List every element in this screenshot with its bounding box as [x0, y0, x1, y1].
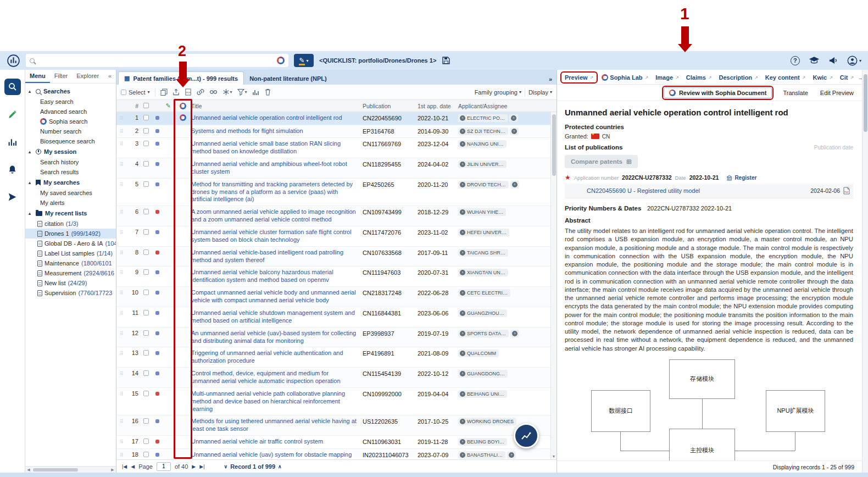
table-row[interactable]: ⠿ 6 ✎ A zoom unmanned aerial vehicle app…	[116, 206, 557, 226]
result-title-link[interactable]: Unmanned aerial vehicle shutdown managem…	[191, 309, 358, 325]
result-title-link[interactable]: A zoom unmanned aerial vehicle applied t…	[191, 208, 358, 224]
result-title-link[interactable]: Compact unmanned aerial vehicle body and…	[191, 289, 358, 304]
announcements-icon[interactable]	[828, 56, 838, 65]
table-row[interactable]: ⠿ 1 ✎ Unmanned aerial vehicle operation …	[116, 112, 557, 125]
drag-handle[interactable]: ⠿	[116, 140, 126, 147]
row-checkbox[interactable]	[143, 350, 149, 356]
scroll-down-icon[interactable]: ▼	[551, 454, 557, 458]
table-row[interactable]: ⠿ 8 ✎ Unmanned aerial vehicle-based inte…	[116, 247, 557, 267]
applicant-chip-extra[interactable]: ›	[509, 114, 518, 122]
result-title-link[interactable]: Unmanned aerial vehicle (uav) system for…	[191, 451, 358, 459]
sophia-reviewed-icon[interactable]	[180, 114, 186, 121]
result-title-link[interactable]: Unmanned aerial vehicle small base stati…	[191, 140, 358, 156]
row-checkbox[interactable]	[143, 209, 149, 214]
result-title-link[interactable]: Methods for using tethered unmanned aeri…	[191, 418, 358, 433]
tab-cit[interactable]: Cit↗	[837, 73, 857, 82]
tab-explorer[interactable]: Explorer	[72, 70, 103, 83]
rail-export-button[interactable]	[4, 188, 21, 205]
drag-handle[interactable]: ⠿	[116, 330, 126, 336]
applicant-chip[interactable]: › NANJING UNI…	[458, 140, 507, 148]
applicant-chip[interactable]: › GUANGZHOU…	[458, 309, 507, 317]
row-checkbox[interactable]	[143, 161, 149, 167]
select-all-checkbox[interactable]	[143, 103, 149, 108]
row-checkbox[interactable]	[143, 269, 149, 275]
register-link[interactable]: Register	[726, 175, 756, 181]
rail-alerts-button[interactable]	[4, 161, 21, 178]
scroll-left-icon[interactable]: ◀	[25, 468, 32, 472]
result-title-link[interactable]: Systems and methods for flight simulatio…	[191, 127, 358, 135]
applicant-chip[interactable]: › HEFEI UNIVER…	[458, 229, 509, 236]
table-row[interactable]: ⠿ 5 ✎ Method for transmitting and tracki…	[116, 179, 557, 207]
display-dropdown[interactable]: Display ▾	[528, 89, 552, 96]
tab-key-content[interactable]: Key content↗	[762, 73, 809, 82]
column-first-app-date[interactable]: 1st app. date	[418, 103, 458, 109]
tab-sophia-lab[interactable]: Sophia Lab↗	[598, 73, 652, 82]
applicant-chip[interactable]: › ELECTRIC PO…	[458, 114, 508, 122]
sidebar-item-supervision[interactable]: Supervision (7760/17723	[25, 288, 116, 298]
row-checkbox[interactable]	[143, 439, 149, 444]
tab-menu[interactable]: Menu	[25, 70, 50, 83]
chevron-down-icon[interactable]: ∨	[224, 464, 228, 469]
applicant-chip[interactable]: › WORKING DRONES	[458, 418, 516, 425]
page-scrollbar[interactable]	[862, 70, 868, 473]
select-checkbox[interactable]	[121, 90, 126, 95]
page-input[interactable]	[157, 462, 171, 471]
drag-handle[interactable]: ⠿	[116, 229, 126, 235]
result-title-link[interactable]: Unmanned aerial vehicle air traffic cont…	[191, 438, 358, 446]
scrollbar-thumb[interactable]	[33, 468, 78, 472]
sidebar-item-drones-1[interactable]: Drones 1 (999/1492)	[25, 229, 116, 239]
sidebar-item-global-db[interactable]: Global DB - Aero & IA (104	[25, 239, 116, 248]
row-checkbox[interactable]	[143, 452, 149, 457]
applicant-chip[interactable]: › TAICANG SHR…	[458, 249, 508, 257]
table-row[interactable]: ⠿ 12 ✎ An unmanned aerial vehicle (uav)-…	[116, 328, 557, 348]
export-icon[interactable]	[173, 88, 180, 96]
results-scrollbar[interactable]: ▼	[550, 112, 557, 459]
result-title-link[interactable]: Control method, device, equipment and me…	[191, 370, 358, 385]
sidebar-item-measurement[interactable]: Measurement (2924/8616	[25, 268, 116, 278]
table-row[interactable]: ⠿ 16 ✎ Methods for using tethered unmann…	[116, 415, 557, 436]
tab-kwic[interactable]: Kwic↗	[809, 73, 836, 82]
row-checkbox[interactable]	[143, 310, 149, 315]
highlight-settings-icon[interactable]: ▾	[222, 88, 232, 96]
drag-handle[interactable]: ⠿	[116, 370, 126, 376]
tab-image[interactable]: Image↗	[652, 73, 682, 82]
sidebar-item-search-history[interactable]: Search history	[25, 157, 116, 167]
column-number[interactable]: #	[126, 103, 140, 109]
row-checkbox[interactable]	[143, 391, 149, 396]
drag-handle[interactable]: ⠿	[116, 350, 126, 356]
applicant-chip[interactable]: › GUANGDONG…	[458, 370, 508, 378]
collapse-caret-icon[interactable]: ▴	[29, 89, 33, 94]
sidebar-item-advanced-search[interactable]: Advanced search	[25, 107, 116, 117]
trash-icon[interactable]	[264, 88, 271, 96]
result-title-link[interactable]: Unmanned aerial vehicle cluster formatio…	[191, 229, 358, 244]
publication-link[interactable]: CN220455690 U - Registered utility model	[587, 187, 700, 194]
sidebar-item-sophia-search[interactable]: Sophia search	[25, 117, 116, 126]
sidebar-horizontal-scrollbar[interactable]: ◀ ▶	[25, 466, 116, 473]
drag-handle[interactable]: ⠿	[116, 390, 126, 397]
record-navigator[interactable]: ∨ Record 1 of 999 ∧	[224, 463, 282, 470]
sidebar-section-my-recent-lists[interactable]: ▴ My recent lists	[25, 208, 116, 219]
tab-filter[interactable]: Filter	[50, 70, 72, 83]
compare-patents-button[interactable]: Compare patents ⊞	[565, 155, 638, 168]
chevron-up-icon[interactable]: ∧	[278, 464, 282, 469]
table-row[interactable]: ⠿ 2 ✎ Systems and methods for flight sim…	[116, 125, 557, 138]
scrollbar-thumb[interactable]	[552, 114, 556, 176]
rail-analytics-button[interactable]	[4, 134, 21, 150]
sidebar-item-biosequence-search[interactable]: Biosequence search	[25, 136, 116, 146]
next-page-button[interactable]: ▶	[192, 464, 196, 469]
row-checkbox[interactable]	[143, 181, 149, 187]
result-title-link[interactable]: Triggering of unmanned aerial vehicle au…	[191, 350, 358, 365]
result-title-link[interactable]: Multi-unmanned aerial vehicle path colla…	[191, 390, 358, 413]
academy-icon[interactable]	[809, 56, 820, 65]
tab-non-patent-literature[interactable]: Non-patent literature (NPL)	[244, 73, 332, 85]
table-row[interactable]: ⠿ 18 ✎ Unmanned aerial vehicle (uav) sys…	[116, 449, 557, 459]
row-checkbox[interactable]	[143, 330, 149, 336]
drag-handle[interactable]: ⠿	[116, 181, 126, 187]
scrollbar-thumb[interactable]	[864, 74, 867, 132]
drag-handle[interactable]: ⠿	[116, 269, 126, 275]
applicant-chip[interactable]: › XIANGTAN UN…	[458, 269, 508, 276]
applicant-chip-extra[interactable]: ›	[510, 181, 519, 188]
applicant-chip[interactable]: › BEIHANG UNI…	[458, 390, 507, 398]
save-quicklist-button[interactable]	[442, 56, 450, 65]
result-title-link[interactable]: Method for transmitting and tracking par…	[191, 181, 358, 204]
